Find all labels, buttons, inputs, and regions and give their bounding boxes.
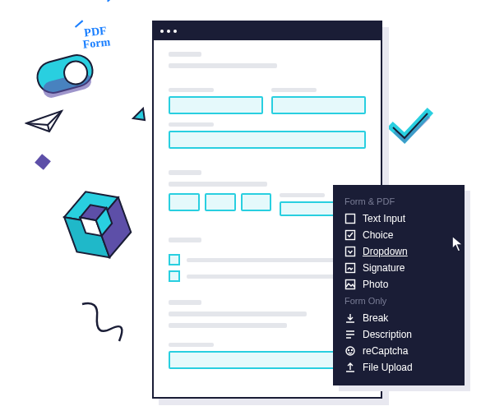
placeholder-line	[169, 52, 201, 57]
placeholder-line	[169, 182, 267, 187]
menu-item-label: Description	[363, 329, 412, 340]
text-field[interactable]	[169, 131, 366, 149]
window-dot	[167, 30, 170, 33]
menu-item-text-input[interactable]: Text Input	[335, 210, 463, 227]
file-upload-icon	[344, 362, 356, 373]
text-input-icon	[344, 213, 356, 224]
field-label	[169, 343, 214, 347]
svg-rect-4	[346, 280, 355, 289]
text-field[interactable]	[271, 96, 366, 114]
checkmark-illustration	[386, 107, 436, 151]
menu-item-photo[interactable]: Photo	[335, 276, 463, 293]
pdf-badge-line2: Form	[82, 35, 111, 50]
toggle-illustration	[33, 51, 97, 98]
choice-icon	[344, 229, 356, 241]
description-icon	[344, 329, 356, 340]
cursor-icon	[451, 234, 467, 257]
photo-icon	[344, 279, 356, 290]
menu-item-choice[interactable]: Choice	[335, 227, 463, 243]
pdf-form-badge: PDF Form	[81, 25, 111, 50]
menu-item-signature[interactable]: Signature	[335, 260, 463, 276]
menu-item-label: File Upload	[363, 362, 413, 373]
field-label	[280, 193, 325, 197]
menu-item-label: Dropdown	[363, 246, 408, 257]
menu-section-header: Form & PDF	[335, 193, 463, 210]
placeholder-line	[169, 63, 277, 68]
window-titlebar	[154, 22, 381, 40]
svg-point-5	[346, 347, 354, 355]
menu-item-label: Text Input	[363, 213, 405, 224]
menu-section-header: Form Only	[335, 293, 463, 310]
menu-item-label: Signature	[363, 262, 405, 274]
field-label	[169, 88, 214, 92]
placeholder-line	[169, 323, 287, 328]
svg-rect-2	[346, 247, 355, 256]
window-dot	[173, 30, 177, 33]
menu-item-label: Break	[363, 312, 388, 324]
menu-item-break[interactable]: Break	[335, 310, 463, 326]
field-type-menu: Form & PDF Text Input Choice Dropdown Si…	[333, 185, 465, 385]
placeholder-line	[169, 170, 201, 175]
squiggle-icon	[74, 296, 132, 348]
checkbox-field[interactable]	[169, 270, 180, 282]
menu-item-label: Photo	[363, 279, 388, 290]
break-icon	[344, 312, 356, 324]
placeholder-line	[169, 300, 201, 305]
menu-item-label: reCaptcha	[363, 345, 408, 357]
menu-item-dropdown[interactable]: Dropdown	[335, 243, 463, 260]
svg-point-7	[352, 350, 353, 351]
placeholder-line	[169, 238, 201, 242]
field-label	[271, 88, 317, 92]
text-field[interactable]	[169, 96, 263, 114]
dropdown-icon	[344, 246, 356, 257]
signature-icon	[344, 262, 356, 274]
confetti-icon	[35, 154, 51, 170]
small-field[interactable]	[169, 193, 200, 211]
cube-illustration	[39, 170, 133, 265]
menu-item-recaptcha[interactable]: reCaptcha	[335, 343, 463, 359]
menu-item-description[interactable]: Description	[335, 326, 463, 343]
small-field[interactable]	[205, 193, 236, 211]
checkbox-field[interactable]	[169, 254, 180, 265]
menu-item-file-upload[interactable]: File Upload	[335, 359, 463, 376]
svg-rect-0	[346, 215, 355, 224]
svg-point-6	[349, 350, 349, 351]
confetti-triangle-icon	[132, 107, 146, 125]
small-field[interactable]	[241, 193, 272, 211]
paper-plane-icon	[25, 107, 66, 143]
window-dot	[160, 30, 164, 33]
placeholder-line	[169, 312, 307, 316]
menu-item-label: Choice	[363, 229, 393, 241]
field-label	[169, 122, 214, 127]
recaptcha-icon	[344, 345, 356, 357]
